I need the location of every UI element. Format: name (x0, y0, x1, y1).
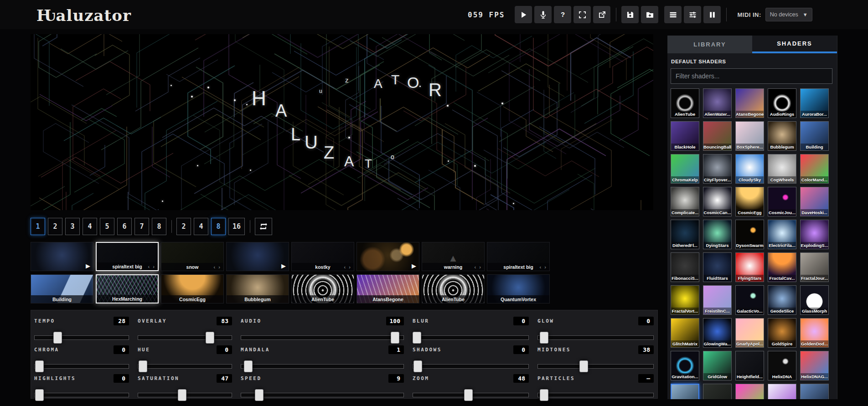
shader-tile[interactable] (703, 384, 732, 399)
beats-button-8[interactable]: 8 (211, 218, 226, 235)
shader-tile-dysonswarm[interactable]: DysonSwarm (735, 220, 764, 249)
shader-tile-fractaljour[interactable]: FractalJour... (800, 252, 829, 282)
deck-tile-video[interactable]: ▶ (31, 242, 93, 271)
shader-tile-dyingstars[interactable]: DyingStars (703, 220, 732, 249)
scene-button-4[interactable]: 4 (83, 218, 97, 235)
shader-tile-flyingstars[interactable]: FlyingStars (735, 252, 764, 282)
slider-handle[interactable] (178, 389, 186, 401)
shader-tile-helixdnag[interactable]: HelixDNAG... (800, 351, 829, 380)
slider-track[interactable] (413, 364, 529, 369)
deck-tile-snow[interactable]: snow‹ › (161, 242, 224, 271)
cycle-arrows-icon[interactable]: ‹ › (475, 264, 482, 270)
scene-button-3[interactable]: 3 (65, 218, 80, 235)
cycle-arrows-icon[interactable]: ‹ › (214, 264, 221, 270)
tab-library[interactable]: LIBRARY (667, 36, 752, 53)
slider-track[interactable] (34, 364, 129, 369)
shader-tile-fluidstars[interactable]: FluidStars (703, 252, 732, 282)
slider-handle[interactable] (391, 332, 399, 344)
shader-tile-goldspire[interactable]: GoldSpire (768, 318, 796, 348)
slider-handle[interactable] (35, 360, 44, 372)
slider-track[interactable] (34, 335, 129, 340)
shader-tile-goldendod[interactable]: GoldenDod... (800, 318, 829, 348)
shader-tile-building[interactable]: Building (800, 121, 829, 151)
deck-tile-kostky[interactable]: kostky‹ › (291, 242, 354, 271)
slider-track[interactable] (138, 364, 232, 369)
shader-tile[interactable] (768, 384, 796, 399)
shader-tile-colormand[interactable]: ColorMand... (800, 154, 829, 184)
shader-tile-alienwater[interactable]: AlienWater... (703, 88, 732, 118)
shader-tile-freistilinc[interactable]: FreistilInC... (703, 285, 732, 315)
filter-shaders-input[interactable] (671, 68, 832, 84)
shader-tile-gnarlyapol[interactable]: GnarlyApol... (735, 318, 764, 348)
scene-button-7[interactable]: 7 (134, 218, 149, 235)
deck-tile-atansbegone[interactable]: AtansBegone (356, 274, 419, 303)
deck-tile-cosmicegg[interactable]: CosmicEgg (161, 274, 224, 303)
shader-tile-boxsphere[interactable]: BoxSphere... (735, 121, 764, 151)
shader-tile-fractalcav[interactable]: FractalCav... (768, 252, 796, 282)
shader-tile-blackhole[interactable]: BlackHole (671, 121, 699, 151)
slider-track[interactable] (241, 393, 404, 397)
deck-tile-video[interactable]: ▶ (356, 242, 419, 271)
shader-tile-complicate[interactable]: Complicate... (671, 187, 699, 216)
cycle-arrows-icon[interactable]: ‹ › (540, 264, 547, 270)
slider-track[interactable] (413, 335, 529, 340)
shader-tile-atansbegone[interactable]: AtansBegone (735, 88, 764, 118)
shader-tile-bubblegum[interactable]: Bubblegum (768, 121, 796, 151)
shader-tile-helixdna[interactable]: HelixDNA (768, 351, 796, 380)
shader-tile-cosmicegg[interactable]: CosmicEgg (735, 187, 764, 216)
deck-tile-hexmarching[interactable]: HexMarching (96, 274, 159, 303)
deck-tile-spiraltext-big[interactable]: spiraltext big‹ › (96, 242, 159, 271)
slider-handle[interactable] (206, 332, 214, 344)
beats-button-4[interactable]: 4 (194, 218, 208, 235)
shader-tile[interactable] (671, 384, 699, 399)
slider-handle[interactable] (464, 389, 473, 401)
shader-tile-aurorabor[interactable]: AuroraBor... (800, 88, 829, 118)
shader-tile[interactable] (735, 384, 764, 399)
menu-button[interactable] (664, 6, 682, 23)
shader-tile-fibonaccis[interactable]: FibonacciS... (671, 252, 699, 282)
slider-handle[interactable] (255, 389, 264, 401)
slider-handle[interactable] (579, 360, 588, 372)
scene-button-2[interactable]: 2 (48, 218, 62, 235)
scene-button-8[interactable]: 8 (152, 218, 166, 235)
scene-button-5[interactable]: 5 (100, 218, 114, 235)
shader-tile-fractalvort[interactable]: FractalVort... (671, 285, 699, 315)
shader-tile-cogwheels[interactable]: CogWheels (768, 154, 796, 184)
slider-handle[interactable] (540, 332, 548, 344)
shader-tile-bouncingball[interactable]: BouncingBall (703, 121, 732, 151)
slider-handle[interactable] (53, 332, 62, 344)
shader-tile-heightfield[interactable]: Heightfield... (735, 351, 764, 380)
scene-button-6[interactable]: 6 (117, 218, 132, 235)
tab-shaders[interactable]: SHADERS (752, 36, 837, 53)
shader-tile-cloudysky[interactable]: CloudySky (735, 154, 764, 184)
shader-tile-cosmiccan[interactable]: CosmicCan... (703, 187, 732, 216)
slider-handle[interactable] (35, 389, 44, 401)
shader-tile-galacticvo[interactable]: GalacticVo... (735, 285, 764, 315)
slider-track[interactable] (537, 393, 654, 397)
shader-tile-alientube[interactable]: AlienTube (671, 88, 699, 118)
midi-device-select[interactable]: No devices ▼ (765, 8, 812, 21)
cycle-arrows-icon[interactable]: ‹ › (148, 264, 155, 269)
slider-handle[interactable] (413, 360, 422, 372)
shader-tile-cosmicjou[interactable]: CosmicJou... (768, 187, 796, 216)
pause-button[interactable] (703, 6, 721, 23)
deck-tile-warning[interactable]: ▲warning‹ › (422, 242, 485, 271)
scene-button-1[interactable]: 1 (31, 218, 45, 235)
shader-tile-gravitation[interactable]: Gravitation... (671, 351, 699, 380)
slider-handle[interactable] (540, 389, 548, 401)
cycle-arrows-icon[interactable]: ‹ › (344, 264, 351, 270)
shader-tile-audiorings[interactable]: AudioRings (768, 88, 796, 118)
deck-tile-video[interactable]: ▶ (226, 242, 289, 271)
slider-track[interactable] (537, 335, 654, 340)
deck-tile-alientube[interactable]: AlienTube (422, 274, 485, 303)
shader-tile-explodings[interactable]: ExplodingS... (800, 220, 829, 249)
shader-tile-chromakelp[interactable]: ChromaKelp (671, 154, 699, 184)
shader-tile-glassmorph[interactable]: GlassMorph (800, 285, 829, 315)
shader-tile-glowingwa[interactable]: GlowingWa... (703, 318, 732, 348)
loop-toggle-button[interactable] (255, 218, 272, 235)
deck-tile-alientube[interactable]: AlienTube (291, 274, 354, 303)
shader-tile-electricfila[interactable]: ElectricFila... (768, 220, 796, 249)
deck-tile-spiraltext-big[interactable]: spiraltext big‹ › (487, 242, 550, 271)
slider-track[interactable] (241, 364, 404, 369)
shader-tile-glitchmatrix[interactable]: GlitchMatrix (671, 318, 699, 348)
